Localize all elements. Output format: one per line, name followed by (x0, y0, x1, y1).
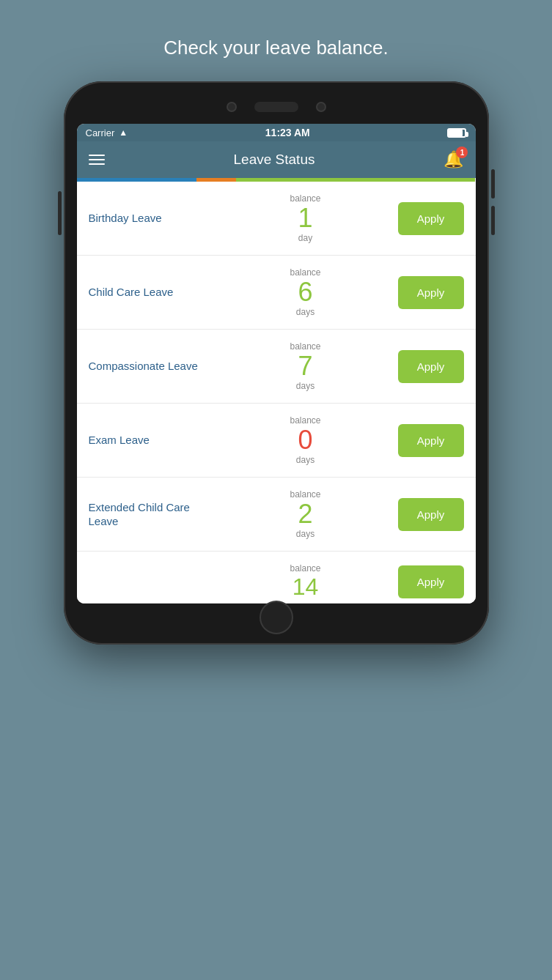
balance-label-birthday: balance (290, 193, 320, 204)
leave-item-extended-childcare: Extended Child Care Leave balance 2 days… (77, 478, 476, 552)
leave-item-partial: balance 14 Apply (77, 552, 476, 604)
phone-bottom (77, 611, 476, 624)
phone-screen: Carrier ▲ 11:23 AM Leave Status 🔔 1 (77, 124, 476, 604)
notification-bell[interactable]: 🔔 1 (444, 150, 463, 169)
carrier-label: Carrier (86, 127, 115, 138)
leave-item-compassionate: Compassionate Leave balance 7 days Apply (77, 330, 476, 404)
progress-blue-segment (77, 178, 196, 182)
phone-device: Carrier ▲ 11:23 AM Leave Status 🔔 1 (64, 81, 489, 645)
leave-name-birthday: Birthday Leave (89, 211, 213, 226)
status-bar-left: Carrier ▲ (86, 127, 128, 138)
hamburger-line-3 (89, 163, 105, 165)
leave-item-birthday: Birthday Leave balance 1 day Apply (77, 182, 476, 256)
battery-icon (447, 128, 466, 138)
leave-name-extended-childcare: Extended Child Care Leave (89, 500, 213, 529)
apply-button-exam[interactable]: Apply (398, 424, 464, 457)
menu-button[interactable] (89, 155, 105, 165)
leave-list: Birthday Leave balance 1 day Apply Child… (77, 182, 476, 604)
apply-button-partial[interactable]: Apply (398, 565, 464, 598)
leave-name-compassionate: Compassionate Leave (89, 359, 213, 374)
leave-balance-birthday: balance 1 day (273, 193, 339, 243)
status-bar-right (447, 128, 466, 138)
apply-button-extended-childcare[interactable]: Apply (398, 498, 464, 531)
balance-number-exam: 0 (298, 427, 312, 453)
balance-unit-extended-childcare: days (296, 529, 314, 539)
phone-speaker (254, 102, 298, 112)
phone-top-bar (77, 94, 476, 124)
balance-number-compassionate: 7 (298, 353, 312, 379)
status-bar-time: 11:23 AM (265, 127, 310, 138)
balance-number-extended-childcare: 2 (298, 501, 312, 527)
leave-item-childcare: Child Care Leave balance 6 days Apply (77, 256, 476, 330)
apply-button-childcare[interactable]: Apply (398, 276, 464, 309)
front-sensor (316, 102, 326, 112)
balance-unit-birthday: day (298, 233, 312, 243)
balance-unit-compassionate: days (296, 381, 314, 391)
apply-button-compassionate[interactable]: Apply (398, 350, 464, 383)
balance-number-birthday: 1 (298, 205, 312, 231)
progress-green-segment (236, 178, 475, 182)
leave-balance-compassionate: balance 7 days (273, 341, 339, 391)
leave-item-exam: Exam Leave balance 0 days Apply (77, 404, 476, 478)
balance-label-partial: balance (290, 563, 320, 573)
leave-balance-partial: balance 14 (273, 563, 339, 600)
leave-balance-exam: balance 0 days (273, 415, 339, 465)
hamburger-line-2 (89, 159, 105, 160)
progress-orange-segment (196, 178, 236, 182)
apply-button-birthday[interactable]: Apply (398, 202, 464, 235)
hamburger-line-1 (89, 155, 105, 156)
leave-name-exam: Exam Leave (89, 433, 213, 448)
volume-up-button[interactable] (491, 169, 495, 198)
balance-label-exam: balance (290, 415, 320, 426)
leave-balance-childcare: balance 6 days (273, 267, 339, 317)
front-camera (227, 102, 237, 112)
balance-label-compassionate: balance (290, 341, 320, 352)
app-title: Leave Status (234, 152, 315, 168)
notification-badge: 1 (456, 146, 468, 158)
wifi-icon: ▲ (119, 127, 128, 138)
progress-bar (77, 178, 476, 182)
balance-unit-childcare: days (296, 307, 314, 317)
leave-balance-extended-childcare: balance 2 days (273, 489, 339, 539)
status-bar: Carrier ▲ 11:23 AM (77, 124, 476, 141)
leave-name-childcare: Child Care Leave (89, 285, 213, 300)
volume-down-button[interactable] (491, 206, 495, 235)
balance-label-childcare: balance (290, 267, 320, 278)
page-headline: Check your leave balance. (163, 37, 388, 59)
balance-unit-exam: days (296, 455, 314, 465)
balance-number-childcare: 6 (298, 279, 312, 305)
balance-label-extended-childcare: balance (290, 489, 320, 500)
app-header: Leave Status 🔔 1 (77, 141, 476, 178)
balance-number-partial: 14 (292, 575, 319, 598)
power-button[interactable] (58, 191, 62, 235)
home-button[interactable] (260, 601, 293, 634)
